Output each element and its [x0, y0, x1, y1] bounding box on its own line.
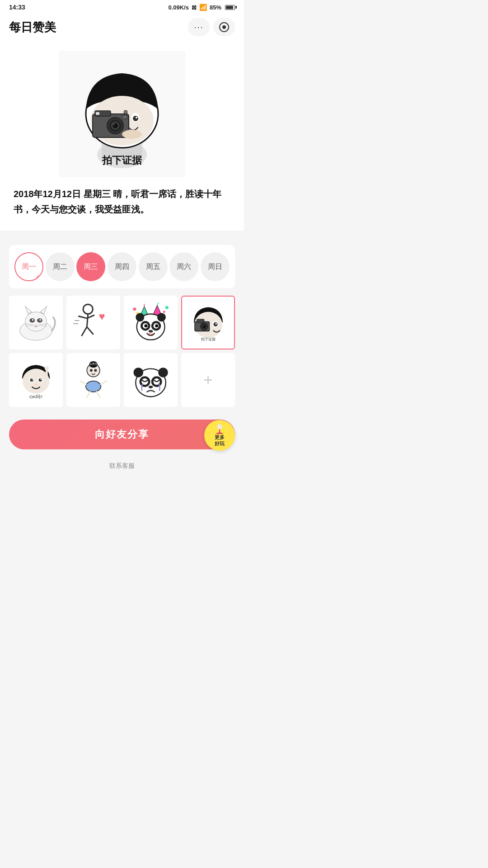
screen-icon: ⊠ — [192, 4, 197, 11]
wifi-icon: 📶 — [199, 4, 207, 11]
svg-point-8 — [136, 117, 137, 118]
sticker-cell-3[interactable] — [124, 296, 178, 349]
weekday-selector: 周一 ✓ 周二 周三 周四 周五 周六 周日 — [9, 245, 235, 288]
svg-point-86 — [45, 366, 49, 371]
share-button[interactable]: 向好友分享 — [9, 420, 235, 449]
status-right: 0.09K/s ⊠ 📶 85% — [168, 4, 235, 11]
sticker-display-image: 拍下证据 — [59, 51, 185, 177]
svg-text:拍下证据: 拍下证据 — [102, 155, 142, 166]
record-button[interactable] — [213, 18, 235, 36]
weekday-friday[interactable]: 周五 — [139, 252, 168, 281]
daily-text: 2018年12月12日 星期三 晴，听君一席话，胜读十年书，今天与您交谈，我受益… — [14, 186, 230, 217]
sticker-grid: ♥ — [9, 296, 235, 407]
status-bar: 14:33 0.09K/s ⊠ 📶 85% — [0, 0, 244, 13]
battery-percent: 85% — [210, 4, 221, 11]
svg-point-19 — [122, 130, 142, 139]
more-button[interactable]: ··· — [188, 18, 210, 36]
svg-text:OK吗?: OK吗? — [29, 394, 42, 399]
svg-rect-18 — [96, 112, 99, 115]
svg-point-108 — [217, 424, 222, 429]
svg-point-74 — [215, 323, 216, 324]
svg-point-52 — [157, 313, 166, 321]
weekday-thursday[interactable]: 周四 — [108, 252, 136, 281]
svg-text:拍下证据: 拍下证据 — [201, 337, 216, 341]
svg-point-17 — [124, 110, 127, 114]
sticker-cell-1[interactable] — [9, 296, 63, 349]
svg-point-23 — [25, 312, 47, 331]
record-icon — [219, 22, 229, 32]
bottom-section: 周一 ✓ 周二 周三 周四 周五 周六 周日 — [0, 236, 244, 457]
svg-point-70 — [202, 325, 205, 328]
svg-point-51 — [136, 313, 144, 321]
sticker-display-container: 拍下证据 — [14, 51, 230, 177]
svg-point-62 — [163, 311, 165, 313]
svg-point-57 — [144, 324, 147, 327]
network-speed: 0.09K/s — [168, 4, 189, 11]
floating-more-button[interactable]: 更多好玩 — [204, 420, 235, 451]
sticker-cell-4[interactable]: 拍下证据 — [181, 296, 235, 349]
weekday-saturday[interactable]: 周六 — [169, 252, 198, 281]
svg-point-7 — [133, 116, 138, 121]
svg-point-80 — [32, 379, 33, 380]
svg-point-107 — [149, 386, 153, 388]
svg-rect-67 — [197, 319, 204, 322]
weekday-row: 周一 ✓ 周二 周三 周四 周五 周六 周日 — [14, 252, 230, 281]
dots-icon: ··· — [194, 23, 203, 32]
status-time: 14:33 — [9, 4, 25, 11]
floating-btn-label: 更多好玩 — [215, 434, 225, 446]
record-inner-dot — [222, 25, 226, 29]
svg-text:小仙男登场: 小仙男登场 — [87, 363, 100, 365]
sticker-cell-2[interactable]: ♥ — [66, 296, 120, 349]
svg-point-77 — [23, 369, 49, 394]
svg-point-93 — [86, 381, 101, 392]
svg-point-60 — [133, 307, 136, 311]
svg-point-101 — [133, 368, 143, 377]
weekday-tuesday[interactable]: 周二 — [46, 252, 75, 281]
svg-point-102 — [158, 368, 168, 377]
svg-text:♥: ♥ — [99, 310, 105, 322]
weekday-wednesday[interactable]: 周三 — [76, 252, 105, 281]
svg-point-82 — [38, 378, 42, 382]
sticker-cell-5[interactable]: OK吗? — [9, 353, 63, 407]
svg-point-61 — [165, 306, 169, 309]
weekday-sunday[interactable]: 周日 — [201, 252, 230, 281]
footer: 联系客服 — [0, 457, 244, 476]
svg-rect-16 — [122, 115, 127, 119]
svg-point-63 — [136, 312, 138, 314]
svg-point-59 — [149, 330, 153, 333]
battery-icon — [225, 5, 235, 10]
main-content: 拍下证据 2018年12月12日 星期三 晴，听君一席话，胜读十年书，今天与您交… — [0, 42, 244, 231]
weekday-monday[interactable]: 周一 ✓ — [14, 252, 43, 281]
svg-rect-35 — [72, 301, 115, 344]
contact-service-link[interactable]: 联系客服 — [109, 462, 135, 469]
svg-point-91 — [90, 369, 93, 372]
svg-point-83 — [40, 379, 41, 380]
plus-icon: + — [203, 371, 213, 390]
sticker-cell-6[interactable]: 小仙男登场 — [66, 353, 120, 407]
nav-actions: ··· — [188, 18, 235, 36]
svg-point-92 — [94, 369, 97, 372]
svg-point-28 — [32, 319, 34, 321]
svg-point-79 — [30, 378, 33, 382]
main-sticker-svg: 拍下证据 — [59, 51, 185, 177]
top-nav: 每日赞美 ··· — [0, 13, 244, 42]
share-section: 向好友分享 更多好玩 — [9, 414, 235, 457]
check-mark-icon: ✓ — [36, 274, 40, 279]
svg-point-29 — [39, 319, 41, 321]
page-title: 每日赞美 — [9, 19, 56, 35]
svg-point-71 — [203, 325, 204, 326]
svg-point-58 — [155, 324, 158, 327]
sticker-cell-7[interactable] — [124, 353, 178, 407]
sticker-add-cell[interactable]: + — [181, 353, 235, 407]
svg-point-15 — [113, 123, 115, 125]
